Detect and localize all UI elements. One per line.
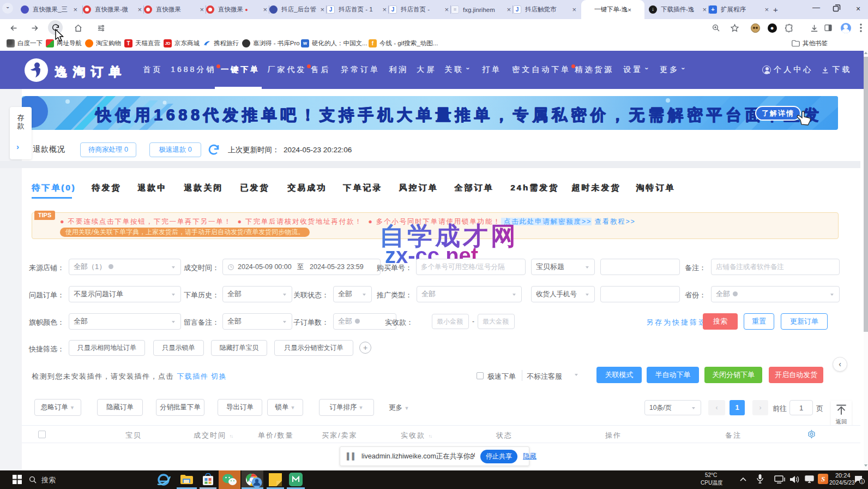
svg-text:1: 1 (861, 480, 863, 484)
